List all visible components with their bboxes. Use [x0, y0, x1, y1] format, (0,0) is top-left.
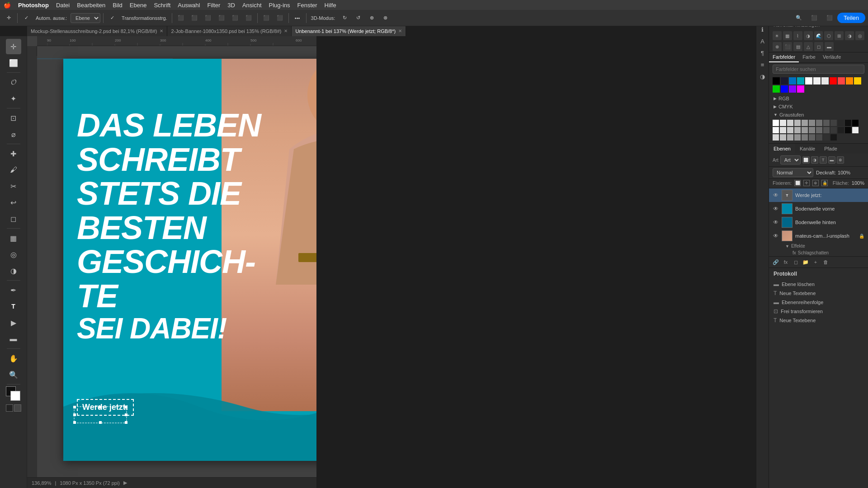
- protokoll-item-3[interactable]: ⊡ Frei transformieren: [769, 307, 868, 316]
- menu-bearbeiten[interactable]: Bearbeiten: [77, 2, 105, 9]
- marquee-tool[interactable]: ⬜: [6, 55, 21, 70]
- grau-swatch[interactable]: [845, 120, 851, 126]
- color-swatch[interactable]: [789, 85, 796, 93]
- crop-tool[interactable]: ⊡: [6, 110, 21, 126]
- panel-icon-layers[interactable]: ≡: [758, 60, 768, 70]
- align-center-v-btn[interactable]: ⬛: [229, 12, 241, 24]
- add-layer-btn[interactable]: +: [811, 258, 820, 266]
- menu-hilfe[interactable]: Hilfe: [325, 2, 336, 9]
- adj-bw[interactable]: ◑: [845, 31, 854, 40]
- panel-icon-para[interactable]: ¶: [758, 48, 768, 58]
- grau-swatch[interactable]: [802, 120, 808, 126]
- apple-menu[interactable]: 🍎: [4, 2, 11, 9]
- color-group-graustufen[interactable]: ▼ Graustufen: [769, 111, 868, 119]
- adj-exposure[interactable]: ◑: [804, 31, 813, 40]
- lasso-tool[interactable]: 𝓞: [6, 75, 21, 90]
- color-swatch[interactable]: [830, 77, 837, 84]
- eraser-tool[interactable]: ◻: [6, 211, 21, 226]
- distribute-btn[interactable]: ⬛: [260, 12, 272, 24]
- distribute2-btn[interactable]: ⬛: [274, 12, 286, 24]
- checkbox2-btn[interactable]: ✓: [106, 12, 118, 24]
- zoom-tool[interactable]: 🔍: [6, 367, 21, 382]
- protokoll-header[interactable]: Protokoll: [769, 268, 868, 280]
- filter-pixel-btn[interactable]: ⬜: [802, 156, 810, 164]
- adj-levels[interactable]: ▦: [783, 31, 792, 40]
- color-swatch[interactable]: [838, 77, 845, 84]
- grau-swatch[interactable]: [838, 120, 844, 126]
- protokoll-item-1[interactable]: T Neue Textebene: [769, 289, 868, 298]
- tab-2[interactable]: Unbenannt-1 bei 137% (Werde jetzt; RGB/8…: [292, 26, 406, 36]
- grau-swatch[interactable]: [780, 120, 786, 126]
- grau-swatch[interactable]: [852, 127, 859, 133]
- lock-art-btn[interactable]: ⊕: [812, 180, 819, 186]
- heal-tool[interactable]: ✚: [6, 146, 21, 161]
- path-select-tool[interactable]: ▶: [6, 315, 21, 330]
- layer-werde-jetzt[interactable]: 👁 T Werde jetzt:: [769, 188, 868, 202]
- mode-3d-icon1[interactable]: ↻: [339, 12, 350, 24]
- menu-fenster[interactable]: Fenster: [297, 2, 317, 9]
- grau-swatch[interactable]: [780, 134, 786, 141]
- panel-icon-char[interactable]: A: [758, 36, 768, 46]
- clone-tool[interactable]: ✂: [6, 178, 21, 194]
- grau-swatch[interactable]: [809, 134, 815, 141]
- workspace-btn[interactable]: ⬛: [808, 12, 820, 24]
- adj-channel[interactable]: ⊗: [773, 42, 782, 51]
- tab-1[interactable]: 2-Job-Banner-1080x1350.psd bei 135% (RGB…: [167, 26, 292, 36]
- protokoll-item-2[interactable]: ▬ Ebenenreihenfolge: [769, 298, 868, 307]
- menu-schrift[interactable]: Schrift: [154, 2, 170, 9]
- grau-swatch[interactable]: [787, 120, 793, 126]
- info-icon[interactable]: ▶: [123, 480, 127, 486]
- color-swatch[interactable]: [846, 77, 853, 84]
- adj-colorbalance[interactable]: ⊞: [835, 31, 844, 40]
- pen-tool[interactable]: ✒: [6, 282, 21, 298]
- menu-ansicht[interactable]: Ansicht: [242, 2, 262, 9]
- grau-swatch[interactable]: [816, 134, 822, 141]
- effects-group[interactable]: ▼ Effekte: [769, 243, 868, 249]
- share-button[interactable]: Teilen: [837, 13, 865, 23]
- grau-swatch[interactable]: [809, 127, 815, 133]
- add-group-btn[interactable]: 📁: [802, 258, 810, 266]
- adj-selective[interactable]: ◻: [814, 42, 823, 51]
- adj-threshold[interactable]: △: [804, 42, 813, 51]
- lock-pos-btn[interactable]: ✛: [803, 180, 810, 186]
- grau-swatch[interactable]: [830, 127, 837, 133]
- text-tool[interactable]: T: [6, 299, 21, 314]
- protokoll-item-0[interactable]: ▬ Ebene löschen: [769, 280, 868, 289]
- color-swatch[interactable]: [773, 77, 780, 84]
- effect-schlagschatten[interactable]: fx Schlagschatten: [769, 249, 868, 256]
- layer-photo[interactable]: 👁 mateus-cam...l-unsplash 🔒: [769, 229, 868, 243]
- fg-bg-color[interactable]: [6, 386, 21, 402]
- menu-plugins[interactable]: Plug-ins: [269, 2, 290, 9]
- tab-farbfelder[interactable]: Farbfelder: [769, 52, 799, 62]
- more-options-btn[interactable]: •••: [292, 12, 303, 24]
- tab-verlaeufe[interactable]: Verläufe: [819, 52, 844, 62]
- magic-wand-tool[interactable]: ✦: [6, 91, 21, 106]
- adj-hue[interactable]: ⬡: [824, 31, 833, 40]
- protokoll-item-4[interactable]: T Neue Textebene: [769, 316, 868, 325]
- mode-3d-icon3[interactable]: ⊕: [366, 12, 377, 24]
- adj-gradient-map[interactable]: ▬: [825, 42, 834, 51]
- tab-farbe[interactable]: Farbe: [799, 52, 819, 62]
- brush-tool[interactable]: 🖌: [6, 162, 21, 178]
- align-right-btn[interactable]: ⬛: [202, 12, 214, 24]
- grau-swatch[interactable]: [802, 134, 808, 141]
- align-bottom-btn[interactable]: ⬛: [243, 12, 255, 24]
- grau-swatch[interactable]: [838, 127, 844, 133]
- adj-photofilter[interactable]: ◎: [855, 31, 864, 40]
- layer-bodenwelle-vorne[interactable]: 👁 Bodenwelle vorne: [769, 202, 868, 216]
- background-color[interactable]: [10, 391, 20, 401]
- mode-3d-icon2[interactable]: ↺: [352, 12, 364, 24]
- gradient-tool[interactable]: ▦: [6, 230, 21, 246]
- adj-brightness[interactable]: ☀: [773, 31, 782, 40]
- autom-dropdown[interactable]: Ebene: [71, 13, 100, 23]
- menu-datei[interactable]: Datei: [56, 2, 70, 9]
- move-tool[interactable]: ✛: [6, 39, 21, 54]
- color-swatch[interactable]: [789, 77, 796, 84]
- grau-swatch[interactable]: [816, 127, 822, 133]
- blend-mode-dropdown[interactable]: Normal: [773, 168, 813, 177]
- color-group-rgb[interactable]: ▶ RGB: [769, 94, 868, 103]
- color-swatch[interactable]: [813, 77, 821, 84]
- grau-swatch[interactable]: [794, 134, 801, 141]
- tab-ebenen[interactable]: Ebenen: [769, 144, 795, 154]
- ebenen-filter-dropdown[interactable]: Art: [780, 155, 801, 164]
